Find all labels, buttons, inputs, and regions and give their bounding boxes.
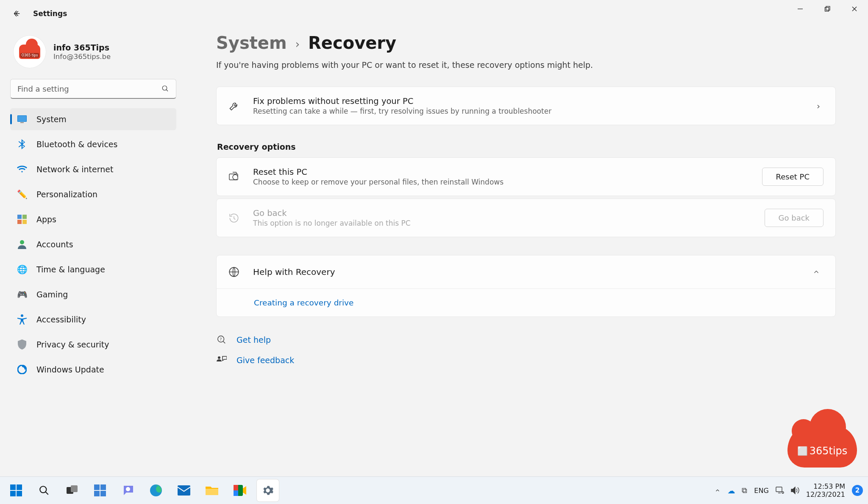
svg-point-14 [20,240,24,244]
card-subtitle: This option is no longer available on th… [253,219,765,227]
taskbar-search-button[interactable] [33,479,55,501]
svg-line-23 [45,492,48,495]
go-back-button: Go back [765,209,823,227]
svg-rect-27 [100,484,106,490]
svg-point-21 [218,356,220,359]
search-input[interactable]: Find a setting [10,79,176,99]
reset-pc-card: Reset this PC Choose to keep or remove y… [216,157,836,196]
svg-point-15 [21,314,23,317]
sidebar-item-label: Windows Update [36,365,104,374]
sidebar-item-personalization[interactable]: ✏️ Personalization [10,183,176,205]
intro-text: If you're having problems with your PC o… [216,60,836,70]
section-label: Recovery options [217,142,836,151]
sidebar-item-apps[interactable]: Apps [10,208,176,230]
sidebar-item-time-language[interactable]: 🌐 Time & language [10,258,176,280]
breadcrumb: System › Recovery [216,33,836,53]
taskbar-explorer-button[interactable] [201,479,223,501]
help-expander: Help with Recovery Creating a recovery d… [216,255,836,317]
wifi-icon [17,164,27,174]
tray-time: 12:53 PM [806,482,845,490]
sidebar-item-label: Apps [36,215,56,224]
sidebar-item-accounts[interactable]: Accounts [10,233,176,255]
sidebar-item-windows-update[interactable]: Windows Update [10,358,176,381]
bluetooth-icon [17,139,27,149]
taskbar-widgets-button[interactable] [89,479,111,501]
sidebar-item-label: Time & language [36,265,105,274]
expander-body: Creating a recovery drive [217,288,835,316]
card-title: Fix problems without resetting your PC [253,96,813,106]
card-subtitle: Choose to keep or remove your personal f… [253,178,762,186]
taskbar: ☁ ⧉ ENG 12:53 PM 12/23/2021 2 [0,476,868,504]
sidebar-item-privacy[interactable]: Privacy & security [10,333,176,356]
tray-clock[interactable]: 12:53 PM 12/23/2021 [806,482,845,498]
sidebar-item-bluetooth[interactable]: Bluetooth & devices [10,133,176,155]
taskbar-chat-button[interactable] [117,479,139,501]
system-icon [17,114,27,124]
card-title: Reset this PC [253,167,762,177]
sidebar-item-label: Network & internet [36,165,113,174]
reset-pc-button[interactable]: Reset PC [762,168,823,186]
sidebar-item-gaming[interactable]: 🎮 Gaming [10,283,176,305]
link-label: Get help [236,335,271,344]
sidebar-item-label: Personalization [36,190,97,199]
minimize-button[interactable] [787,0,814,18]
taskbar-mail-button[interactable] [173,479,195,501]
sidebar-item-label: Accessibility [36,315,86,324]
svg-rect-36 [234,485,238,490]
sidebar-item-label: Gaming [36,290,68,299]
search-icon [161,85,169,92]
feedback-icon [216,356,227,365]
tray-dropbox-icon[interactable]: ⧉ [742,486,747,495]
accessibility-icon [17,314,27,325]
taskbar-meet-button[interactable] [229,479,251,501]
tray-language[interactable]: ENG [754,487,768,495]
maximize-button[interactable] [814,0,841,18]
svg-rect-25 [71,485,78,492]
get-help-link[interactable]: ? Get help [216,331,836,348]
globe-clock-icon: 🌐 [17,264,27,274]
svg-rect-1 [825,8,829,11]
sidebar-item-system[interactable]: System [10,108,176,130]
reset-icon [228,171,243,182]
breadcrumb-parent[interactable]: System [216,33,287,53]
svg-rect-28 [94,491,100,496]
link-label: Give feedback [236,356,294,365]
svg-rect-32 [178,485,190,496]
sidebar-item-accessibility[interactable]: Accessibility [10,308,176,330]
nav-list: System Bluetooth & devices Network & int… [10,108,178,381]
taskbar-settings-button[interactable] [257,479,279,501]
svg-rect-9 [20,122,24,123]
taskbar-taskview-button[interactable] [61,479,83,501]
svg-text:?: ? [220,337,222,342]
apps-icon [17,214,27,224]
svg-rect-8 [18,116,26,121]
account-email: Info@365tips.be [53,53,111,61]
tray-volume-icon[interactable] [791,487,799,494]
fix-problems-card[interactable]: Fix problems without resetting your PC R… [216,87,836,125]
svg-rect-29 [100,491,106,496]
start-button[interactable] [5,479,27,501]
watermark-logo: ⬜365tips [787,426,857,470]
person-icon [17,239,27,249]
tray-onedrive-icon[interactable]: ☁ [727,486,735,495]
svg-rect-13 [22,220,27,224]
help-icon: ? [216,335,227,344]
recovery-drive-link[interactable]: Creating a recovery drive [254,298,353,307]
gamepad-icon: 🎮 [17,289,27,300]
tray-chevron-icon[interactable] [715,487,721,493]
taskbar-edge-button[interactable] [145,479,167,501]
tray-date: 12/23/2021 [806,490,845,498]
close-button[interactable] [841,0,868,18]
shield-icon [17,339,27,350]
chevron-right-icon: › [295,38,300,50]
sidebar-item-network[interactable]: Network & internet [10,158,176,180]
tray-network-icon[interactable] [776,487,784,494]
svg-rect-12 [17,220,22,224]
tray-notifications-badge[interactable]: 2 [852,485,863,496]
chevron-right-icon: › [813,101,823,111]
account-card[interactable]: O365 tips info 365Tips Info@365tips.be [10,32,178,76]
back-button[interactable] [8,4,26,23]
help-expander-header[interactable]: Help with Recovery [217,255,835,288]
wrench-icon [228,100,243,112]
give-feedback-link[interactable]: Give feedback [216,352,836,369]
